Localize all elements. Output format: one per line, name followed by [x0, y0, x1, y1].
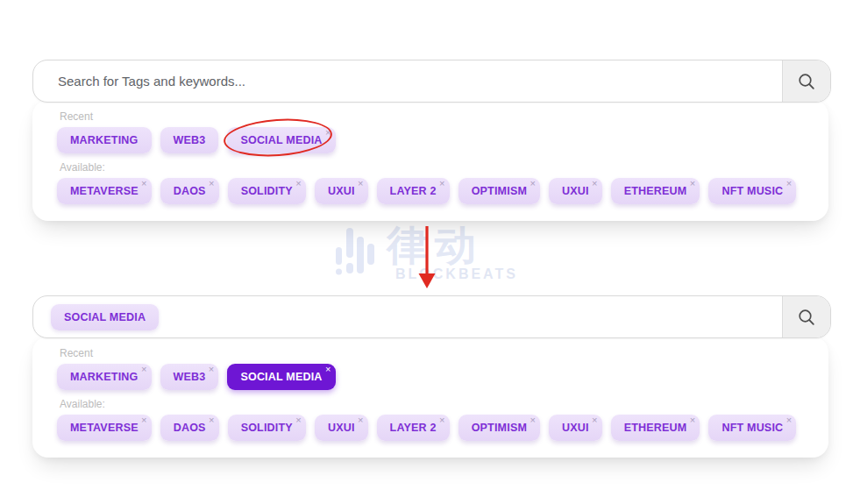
tag-layer-2[interactable]: LAYER 2×: [377, 178, 450, 204]
recent-label: Recent: [60, 110, 804, 123]
tag-label: WEB3: [174, 134, 206, 146]
tag-remove-icon[interactable]: ×: [209, 415, 215, 425]
tag-remove-icon[interactable]: ×: [439, 179, 445, 188]
tag-optimism[interactable]: OPTIMISM×: [458, 415, 540, 441]
available-tags-row: METAVERSE×DAOS×SOLIDITY×UXUI×LAYER 2×OPT…: [57, 415, 804, 441]
available-label: Available:: [60, 398, 804, 410]
tag-label: UXUI: [328, 422, 355, 434]
tag-label: ETHEREUM: [624, 185, 687, 197]
tag-remove-icon[interactable]: ×: [358, 179, 364, 188]
tag-remove-icon[interactable]: ×: [530, 415, 536, 425]
tag-marketing[interactable]: MARKETING: [57, 127, 152, 153]
tag-remove-icon[interactable]: ×: [209, 179, 215, 188]
tag-label: OPTIMISM: [472, 422, 527, 434]
search-button-after[interactable]: [782, 296, 830, 337]
tag-label: METAVERSE: [70, 422, 139, 434]
tag-daos[interactable]: DAOS×: [160, 178, 219, 204]
search-input-before[interactable]: [33, 60, 782, 102]
tag-remove-icon[interactable]: ×: [325, 365, 331, 374]
tag-uxui[interactable]: UXUI×: [549, 178, 602, 204]
search-icon: [797, 72, 816, 91]
available-label: Available:: [60, 161, 804, 174]
tag-label: LAYER 2: [390, 185, 437, 197]
red-down-arrow: [412, 224, 442, 291]
tag-web3[interactable]: WEB3: [160, 127, 219, 153]
recent-tags-row: MARKETING×WEB3×SOCIAL MEDIA×: [57, 364, 804, 390]
tag-label: DAOS: [174, 185, 206, 197]
tag-label: DAOS: [174, 422, 206, 434]
tag-label: SOLIDITY: [241, 185, 293, 197]
tag-label: UXUI: [562, 422, 589, 434]
recent-tags-row: MARKETINGWEB3SOCIAL MEDIA×: [57, 127, 804, 153]
tag-remove-icon[interactable]: ×: [209, 365, 215, 374]
blockbeats-logo-icon: [336, 221, 376, 280]
tag-uxui[interactable]: UXUI×: [315, 415, 368, 441]
tag-label: SOCIAL MEDIA: [240, 371, 322, 383]
tag-metaverse[interactable]: METAVERSE×: [57, 178, 152, 204]
tag-marketing[interactable]: MARKETING×: [57, 364, 152, 390]
tag-remove-icon[interactable]: ×: [786, 179, 793, 188]
tag-label: SOLIDITY: [241, 422, 293, 434]
tag-label: WEB3: [174, 371, 206, 383]
tag-nft-music[interactable]: NFT MUSIC×: [708, 415, 796, 441]
available-tags-row: METAVERSE×DAOS×SOLIDITY×UXUI×LAYER 2×OPT…: [57, 178, 804, 204]
tag-label: ETHEREUM: [624, 422, 687, 434]
tag-label: SOCIAL MEDIA: [240, 134, 322, 146]
watermark-cjk: 律动: [387, 221, 518, 270]
tag-remove-icon[interactable]: ×: [141, 179, 147, 188]
tag-remove-icon[interactable]: ×: [439, 415, 445, 425]
tag-solidity[interactable]: SOLIDITY×: [228, 178, 306, 204]
tag-solidity[interactable]: SOLIDITY×: [228, 415, 306, 441]
tag-social-media[interactable]: SOCIAL MEDIA×: [227, 127, 335, 153]
tag-dropdown-after: Recent MARKETING×WEB3×SOCIAL MEDIA× Avai…: [32, 337, 828, 458]
tag-remove-icon[interactable]: ×: [592, 415, 598, 425]
tag-metaverse[interactable]: METAVERSE×: [57, 415, 152, 441]
watermark-text: 律动 BLOCKBEATS: [387, 221, 518, 282]
search-bar-before: [32, 60, 831, 103]
tag-ethereum[interactable]: ETHEREUM×: [611, 415, 700, 441]
tag-nft-music[interactable]: NFT MUSIC×: [708, 178, 796, 204]
tag-optimism[interactable]: OPTIMISM×: [458, 178, 540, 204]
tag-dropdown-before: Recent MARKETINGWEB3SOCIAL MEDIA× Availa…: [32, 100, 828, 221]
tag-remove-icon[interactable]: ×: [592, 179, 598, 188]
tag-label: OPTIMISM: [472, 185, 527, 197]
tag-label: LAYER 2: [390, 422, 437, 434]
tag-remove-icon[interactable]: ×: [690, 179, 696, 188]
tag-label: MARKETING: [70, 371, 139, 383]
tag-remove-icon[interactable]: ×: [530, 179, 536, 188]
tag-daos[interactable]: DAOS×: [160, 415, 219, 441]
tag-remove-icon[interactable]: ×: [358, 415, 364, 425]
recent-label: Recent: [60, 347, 804, 359]
tag-social-media-input-chip[interactable]: SOCIAL MEDIA: [51, 304, 159, 330]
search-icon: [797, 308, 816, 327]
tag-label: METAVERSE: [70, 185, 139, 197]
tag-search-demo: Recent MARKETINGWEB3SOCIAL MEDIA× Availa…: [0, 0, 853, 504]
tag-remove-icon[interactable]: ×: [690, 415, 696, 425]
tag-remove-icon[interactable]: ×: [141, 415, 147, 425]
tag-web3[interactable]: WEB3×: [160, 364, 219, 390]
tag-social-media[interactable]: SOCIAL MEDIA×: [227, 364, 335, 390]
tag-uxui[interactable]: UXUI×: [315, 178, 368, 204]
tag-ethereum[interactable]: ETHEREUM×: [611, 178, 700, 204]
tag-label: NFT MUSIC: [721, 185, 783, 197]
search-bar-after: SOCIAL MEDIA: [32, 295, 831, 338]
tag-layer-2[interactable]: LAYER 2×: [377, 415, 450, 441]
search-input-after[interactable]: [159, 296, 782, 337]
tag-remove-icon[interactable]: ×: [325, 128, 331, 138]
tag-label: UXUI: [562, 185, 589, 197]
tag-label: MARKETING: [70, 134, 139, 146]
tag-uxui[interactable]: UXUI×: [549, 415, 602, 441]
tag-label: UXUI: [328, 185, 355, 197]
tag-remove-icon[interactable]: ×: [141, 365, 147, 374]
tag-remove-icon[interactable]: ×: [295, 415, 302, 425]
tag-label: SOCIAL MEDIA: [64, 311, 146, 323]
tag-remove-icon[interactable]: ×: [786, 415, 793, 425]
tag-label: NFT MUSIC: [721, 422, 783, 434]
tag-remove-icon[interactable]: ×: [295, 179, 302, 188]
search-button-before[interactable]: [782, 60, 830, 102]
